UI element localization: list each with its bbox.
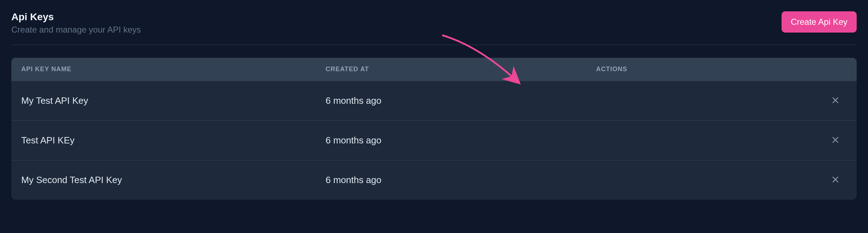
column-header-name: API KEY NAME [11,58,316,81]
api-key-name-cell: Test API KEy [11,121,316,160]
api-key-actions-cell [586,121,857,160]
close-icon [830,175,840,186]
api-keys-table: API KEY NAME CREATED AT ACTIONS My Test … [11,58,857,200]
column-header-actions: ACTIONS [586,58,857,81]
column-header-created: CREATED AT [316,58,586,81]
create-api-key-button[interactable]: Create Api Key [782,11,857,33]
api-key-name-cell: My Second Test API Key [11,160,316,200]
page-title: Api Keys [11,11,141,23]
table-row: Test API KEy 6 months ago [11,121,857,160]
api-key-created-cell: 6 months ago [316,160,586,200]
api-key-actions-cell [586,81,857,121]
api-key-actions-cell [586,160,857,200]
close-icon [830,95,840,106]
page-header: Api Keys Create and manage your API keys… [11,11,857,45]
api-keys-table-wrapper: API KEY NAME CREATED AT ACTIONS My Test … [11,58,857,200]
delete-api-key-button[interactable] [828,172,842,188]
api-key-created-cell: 6 months ago [316,81,586,121]
close-icon [830,135,840,146]
delete-api-key-button[interactable] [828,93,842,108]
api-key-name-cell: My Test API Key [11,81,316,121]
table-row: My Second Test API Key 6 months ago [11,160,857,200]
table-header-row: API KEY NAME CREATED AT ACTIONS [11,58,857,81]
api-key-created-cell: 6 months ago [316,121,586,160]
table-row: My Test API Key 6 months ago [11,81,857,121]
page-subtitle: Create and manage your API keys [11,25,141,35]
delete-api-key-button[interactable] [828,133,842,148]
